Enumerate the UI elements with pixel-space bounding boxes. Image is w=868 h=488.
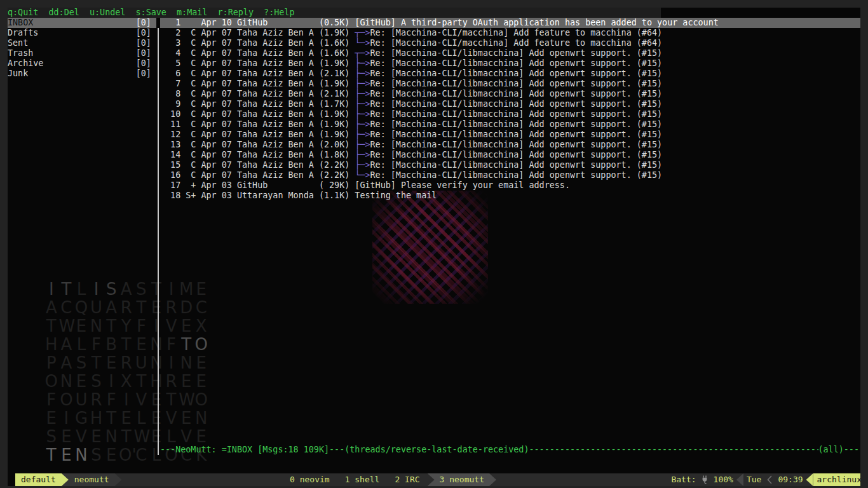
mail-row[interactable]: 7 C Apr 07 Taha Aziz Ben A (1.9K) ├─>Re:… (160, 79, 860, 89)
mail-subject: Re: [Macchina-CLI/libmacchina] Add openw… (370, 150, 663, 159)
word-clock-letter: A (104, 299, 119, 317)
tmux-host-label: neomutt (69, 473, 115, 486)
powerline-arrow-icon (806, 473, 813, 486)
thread-tree-icon: ├─> (355, 140, 370, 149)
mail-row[interactable]: 4 C Apr 07 Taha Aziz Ben A (1.6K) ┬─>Re:… (160, 48, 860, 58)
mail-row[interactable]: 15 C Apr 07 Taha Aziz Ben A (2.2K) ├─>Re… (160, 160, 860, 170)
mail-row[interactable]: 17 + Apr 03 GitHub ( 29K) [GitHub] Pleas… (160, 180, 860, 191)
mail-row[interactable]: 18 S+ Apr 03 Uttarayan Monda (1.1K) Test… (160, 191, 860, 201)
mail-row[interactable]: 14 C Apr 07 Taha Aziz Ben A (1.8K) ├─>Re… (160, 150, 860, 160)
mail-row[interactable]: 16 C Apr 07 Taha Aziz Ben A (2.2K) └─>Re… (160, 170, 860, 180)
word-clock-letter: T (44, 317, 59, 336)
mail-row[interactable]: 8 C Apr 07 Taha Aziz Ben A (2.1K) ├─>Re:… (160, 89, 860, 99)
word-clock-letter: F (89, 336, 104, 354)
word-clock-letter: O' (119, 446, 134, 464)
word-clock-letter: Y (119, 317, 134, 336)
mailbox-name: Sent (8, 38, 28, 48)
word-clock-letter: S (44, 428, 59, 446)
mail-row[interactable]: 10 C Apr 07 Taha Aziz Ben A (1.9K) ├─>Re… (160, 109, 860, 119)
thread-tree-icon: ├─> (355, 130, 370, 139)
word-clock-letter: Q (74, 299, 89, 317)
mail-row[interactable]: 9 C Apr 07 Taha Aziz Ben A (1.7K) ├─>Re:… (160, 99, 860, 109)
sidebar-item-drafts[interactable]: Drafts[0] (8, 28, 156, 38)
sidebar-item-inbox[interactable]: INBOX[0] (8, 18, 156, 28)
word-clock-letter: T (104, 409, 119, 428)
thread-tree-icon: ├─> (355, 109, 370, 119)
word-clock-letter: I (104, 372, 119, 391)
mail-row[interactable]: 1 Apr 10 GitHub (0.5K) [GitHub] A third-… (160, 18, 860, 28)
mail-row-meta: 10 C Apr 07 Taha Aziz Ben A (1.9K) (160, 109, 355, 119)
battery-percentage: 100% (710, 473, 736, 486)
word-clock-letter: R (119, 299, 134, 317)
word-clock-letter: I (119, 391, 134, 409)
mail-subject: Re: [Macchina-CLI/macchina] Add feature … (370, 38, 663, 48)
mail-row[interactable]: 3 C Apr 07 Taha Aziz Ben A (1.6K) └─>Re:… (160, 38, 860, 48)
thread-tree-icon: ├─> (355, 79, 370, 88)
mail-subject: Re: [Macchina-CLI/libmacchina] Add openw… (370, 69, 663, 78)
word-clock-letter: T (44, 446, 59, 464)
word-clock-letter: W (134, 428, 149, 446)
sidebar-item-sent[interactable]: Sent[0] (8, 38, 156, 48)
word-clock-row: FOURFIVETWO (44, 391, 209, 409)
mail-subject: Re: [Macchina-CLI/libmacchina] Add openw… (370, 89, 663, 98)
mail-row[interactable]: 11 C Apr 07 Taha Aziz Ben A (1.9K) ├─>Re… (160, 119, 860, 130)
word-clock-letter: E (74, 317, 89, 336)
word-clock-letter: N (194, 409, 209, 428)
mailbox-count: [0] (136, 38, 156, 48)
sidebar-item-trash[interactable]: Trash[0] (8, 48, 156, 58)
mail-row-meta: 2 C Apr 07 Taha Aziz Ben A (1.9K) (160, 28, 355, 37)
powerline-arrow-icon (115, 473, 122, 486)
word-clock-letter: I (44, 280, 59, 299)
thread-tree-icon: ├─> (355, 58, 370, 68)
mail-subject: [GitHub] Please verify your email addres… (355, 180, 570, 190)
word-clock-letter: E (194, 280, 209, 299)
word-clock-letter: N (179, 354, 194, 372)
sidebar-item-archive[interactable]: Archive[0] (8, 58, 156, 69)
mail-row[interactable]: 2 C Apr 07 Taha Aziz Ben A (1.9K) ┬─>Re:… (160, 28, 860, 38)
mail-row-meta: 7 C Apr 07 Taha Aziz Ben A (1.9K) (160, 79, 355, 88)
tmux-window-active[interactable]: 3 neomutt (435, 473, 489, 486)
word-clock-letter: L (164, 428, 179, 446)
word-clock-letter: I (89, 280, 104, 299)
battery-label: Batt: (668, 473, 699, 486)
word-clock-letter: C (194, 299, 209, 317)
tmux-window[interactable]: 1 shell (337, 473, 388, 486)
sidebar-item-junk[interactable]: Junk[0] (8, 69, 156, 79)
powerline-arrow-icon (428, 473, 435, 486)
word-clock-letter: S (89, 446, 104, 464)
thread-tree-icon: ├─> (355, 150, 370, 159)
word-clock-letter: A (119, 280, 134, 299)
tmux-window[interactable]: 0 neovim (282, 473, 337, 486)
thread-tree-icon: ├─> (355, 160, 370, 170)
thread-tree-icon: ├─> (355, 69, 370, 78)
word-clock-letter: E (59, 428, 74, 446)
mail-row[interactable]: 13 C Apr 07 Taha Aziz Ben A (2.0K) ├─>Re… (160, 140, 860, 150)
wallpaper-maze-pattern (372, 191, 488, 304)
word-clock-letter: A (59, 336, 74, 354)
day-of-week: Tue (743, 473, 764, 486)
word-clock-letter: R (89, 391, 104, 409)
mail-row[interactable]: 5 C Apr 07 Taha Aziz Ben A (1.9K) ├─>Re:… (160, 58, 860, 69)
tmux-window[interactable]: 2 IRC (387, 473, 427, 486)
word-clock-letter: U (74, 391, 89, 409)
word-clock-letter: E (194, 428, 209, 446)
word-clock-letter: N (104, 428, 119, 446)
word-clock-letter: E (149, 428, 164, 446)
word-clock-letter: C (134, 446, 149, 464)
word-clock-letter: T (59, 280, 74, 299)
word-clock-letter: U (134, 354, 149, 372)
clock-time: 09:39 (775, 473, 806, 486)
word-clock-letter: T (119, 336, 134, 354)
word-clock-letter: V (134, 391, 149, 409)
word-clock-letter: E (89, 428, 104, 446)
word-clock-letter: I (164, 280, 179, 299)
word-clock-letter: S (74, 354, 89, 372)
status-right: (all)--- (818, 445, 860, 455)
tmux-status-bar: default neomutt 0 neovim1 shell2 IRC3 ne… (15, 473, 860, 486)
mail-row[interactable]: 12 C Apr 07 Taha Aziz Ben A (1.9K) ├─>Re… (160, 130, 860, 140)
tmux-session-name[interactable]: default (15, 473, 62, 486)
mail-row-meta: 9 C Apr 07 Taha Aziz Ben A (1.7K) (160, 99, 355, 109)
thread-tree-icon: ├─> (355, 89, 370, 98)
mail-row[interactable]: 6 C Apr 07 Taha Aziz Ben A (2.1K) ├─>Re:… (160, 69, 860, 79)
word-clock-letter: T (134, 372, 149, 391)
